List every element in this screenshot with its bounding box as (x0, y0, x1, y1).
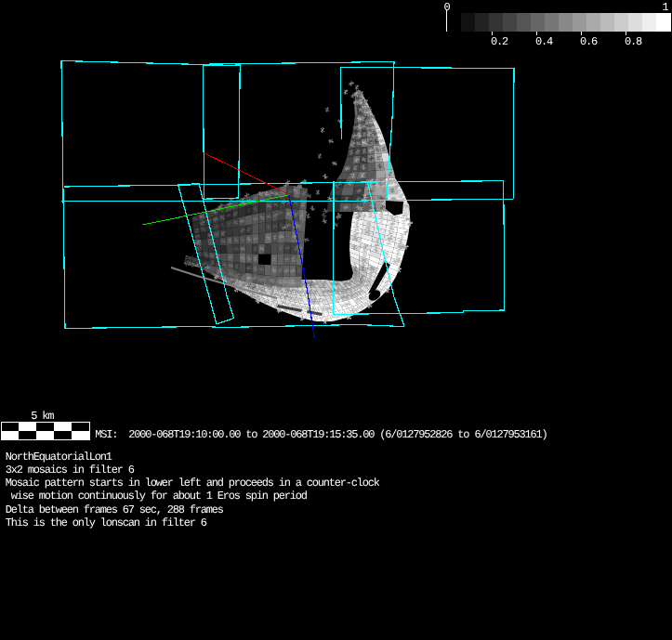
svg-text:5 km: 5 km (31, 410, 54, 423)
svg-text:0.4: 0.4 (535, 35, 553, 48)
svg-text:NorthEquatorialLon1: NorthEquatorialLon1 (6, 451, 112, 464)
svg-text:This is the only lonscan in fi: This is the only lonscan in filter 6 (6, 516, 207, 529)
svg-text:3x2 mosaics in filter 6: 3x2 mosaics in filter 6 (6, 464, 135, 477)
svg-text:Delta between frames 67 sec, 2: Delta between frames 67 sec, 288 frames (6, 503, 224, 516)
svg-text:wise motion continuously for a: wise motion continuously for about 1 Ero… (6, 490, 308, 503)
svg-text:0: 0 (444, 1, 451, 14)
svg-text:Mosaic pattern starts in lower: Mosaic pattern starts in lower left and … (6, 477, 380, 490)
svg-text:0.2: 0.2 (491, 35, 508, 48)
svg-text:1: 1 (663, 1, 669, 14)
svg-text:0.6: 0.6 (580, 35, 598, 48)
svg-text:MSI: 2000-068T19:10:00.00 to: MSI: 2000-068T19:10:00.00 to 2000-068T19… (95, 428, 547, 441)
svg-text:0.8: 0.8 (625, 35, 642, 48)
